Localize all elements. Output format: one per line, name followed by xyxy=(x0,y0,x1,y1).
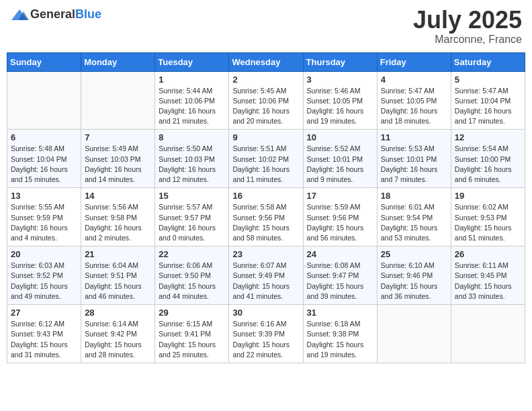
calendar-cell: 10Sunrise: 5:52 AM Sunset: 10:01 PM Dayl… xyxy=(303,130,377,188)
day-number: 2 xyxy=(232,75,299,85)
calendar-cell: 24Sunrise: 6:08 AM Sunset: 9:47 PM Dayli… xyxy=(303,246,377,305)
day-number: 15 xyxy=(159,191,225,201)
day-number: 17 xyxy=(307,191,373,201)
calendar-cell: 2Sunrise: 5:45 AM Sunset: 10:06 PM Dayli… xyxy=(229,71,303,130)
day-number: 9 xyxy=(232,132,299,142)
location-title: Marconne, France xyxy=(413,34,522,46)
calendar-cell: 16Sunrise: 5:58 AM Sunset: 9:56 PM Dayli… xyxy=(229,188,303,246)
day-number: 19 xyxy=(455,191,521,201)
calendar-cell: 8Sunrise: 5:50 AM Sunset: 10:03 PM Dayli… xyxy=(155,130,229,188)
calendar-week-5: 27Sunrise: 6:12 AM Sunset: 9:43 PM Dayli… xyxy=(7,305,525,363)
day-info: Sunrise: 6:07 AM Sunset: 9:49 PM Dayligh… xyxy=(232,261,299,302)
day-number: 22 xyxy=(159,249,225,259)
calendar-cell: 19Sunrise: 6:02 AM Sunset: 9:53 PM Dayli… xyxy=(451,188,525,246)
calendar-cell: 1Sunrise: 5:44 AM Sunset: 10:06 PM Dayli… xyxy=(155,71,229,130)
page-header: GeneralBlue July 2025 Marconne, France xyxy=(7,7,525,46)
day-number: 6 xyxy=(11,132,77,142)
day-number: 28 xyxy=(85,308,151,318)
day-info: Sunrise: 5:47 AM Sunset: 10:05 PM Daylig… xyxy=(381,86,447,127)
calendar-cell: 21Sunrise: 6:04 AM Sunset: 9:51 PM Dayli… xyxy=(81,246,155,305)
calendar-cell: 15Sunrise: 5:57 AM Sunset: 9:57 PM Dayli… xyxy=(155,188,229,246)
day-info: Sunrise: 6:04 AM Sunset: 9:51 PM Dayligh… xyxy=(85,261,151,302)
calendar-cell: 12Sunrise: 5:54 AM Sunset: 10:00 PM Dayl… xyxy=(451,130,525,188)
day-number: 23 xyxy=(232,249,299,259)
day-info: Sunrise: 5:57 AM Sunset: 9:57 PM Dayligh… xyxy=(159,202,225,243)
logo: GeneralBlue xyxy=(10,7,101,23)
day-info: Sunrise: 5:44 AM Sunset: 10:06 PM Daylig… xyxy=(159,86,225,127)
day-info: Sunrise: 6:18 AM Sunset: 9:38 PM Dayligh… xyxy=(307,319,373,360)
weekday-header-monday: Monday xyxy=(81,52,155,71)
day-number: 8 xyxy=(159,132,225,142)
calendar-cell: 17Sunrise: 5:59 AM Sunset: 9:56 PM Dayli… xyxy=(303,188,377,246)
day-number: 18 xyxy=(381,191,447,201)
calendar-cell: 20Sunrise: 6:03 AM Sunset: 9:52 PM Dayli… xyxy=(7,246,81,305)
weekday-header-thursday: Thursday xyxy=(303,52,377,71)
day-number: 27 xyxy=(11,308,77,318)
weekday-header-wednesday: Wednesday xyxy=(229,52,303,71)
day-info: Sunrise: 5:45 AM Sunset: 10:06 PM Daylig… xyxy=(232,86,299,127)
calendar-week-1: 1Sunrise: 5:44 AM Sunset: 10:06 PM Dayli… xyxy=(7,71,525,130)
day-number: 24 xyxy=(307,249,373,259)
title-block: July 2025 Marconne, France xyxy=(413,7,522,46)
day-info: Sunrise: 6:06 AM Sunset: 9:50 PM Dayligh… xyxy=(159,261,225,302)
weekday-header-sunday: Sunday xyxy=(7,52,81,71)
day-number: 1 xyxy=(159,75,225,85)
weekday-header-row: SundayMondayTuesdayWednesdayThursdayFrid… xyxy=(7,52,525,71)
calendar-cell: 26Sunrise: 6:11 AM Sunset: 9:45 PM Dayli… xyxy=(451,246,525,305)
weekday-header-tuesday: Tuesday xyxy=(155,52,229,71)
day-info: Sunrise: 6:16 AM Sunset: 9:39 PM Dayligh… xyxy=(232,319,299,360)
calendar-cell: 31Sunrise: 6:18 AM Sunset: 9:38 PM Dayli… xyxy=(303,305,377,363)
calendar-cell: 29Sunrise: 6:15 AM Sunset: 9:41 PM Dayli… xyxy=(155,305,229,363)
day-number: 11 xyxy=(381,132,447,142)
calendar-cell: 3Sunrise: 5:46 AM Sunset: 10:05 PM Dayli… xyxy=(303,71,377,130)
day-info: Sunrise: 5:46 AM Sunset: 10:05 PM Daylig… xyxy=(307,86,373,127)
calendar-cell xyxy=(81,71,155,130)
day-info: Sunrise: 6:15 AM Sunset: 9:41 PM Dayligh… xyxy=(159,319,225,360)
day-info: Sunrise: 6:03 AM Sunset: 9:52 PM Dayligh… xyxy=(11,261,77,302)
calendar-cell xyxy=(377,305,451,363)
day-info: Sunrise: 5:49 AM Sunset: 10:03 PM Daylig… xyxy=(85,144,151,185)
logo-blue: Blue xyxy=(75,7,101,21)
weekday-header-friday: Friday xyxy=(377,52,451,71)
calendar-cell: 5Sunrise: 5:47 AM Sunset: 10:04 PM Dayli… xyxy=(451,71,525,130)
day-number: 10 xyxy=(307,132,373,142)
calendar-cell: 11Sunrise: 5:53 AM Sunset: 10:01 PM Dayl… xyxy=(377,130,451,188)
calendar-cell: 4Sunrise: 5:47 AM Sunset: 10:05 PM Dayli… xyxy=(377,71,451,130)
day-number: 14 xyxy=(85,191,151,201)
day-info: Sunrise: 5:52 AM Sunset: 10:01 PM Daylig… xyxy=(307,144,373,185)
day-info: Sunrise: 5:47 AM Sunset: 10:04 PM Daylig… xyxy=(455,86,521,127)
day-info: Sunrise: 5:56 AM Sunset: 9:58 PM Dayligh… xyxy=(85,202,151,243)
day-info: Sunrise: 5:51 AM Sunset: 10:02 PM Daylig… xyxy=(232,144,299,185)
calendar-cell: 6Sunrise: 5:48 AM Sunset: 10:04 PM Dayli… xyxy=(7,130,81,188)
calendar-cell xyxy=(7,71,81,130)
calendar-cell: 9Sunrise: 5:51 AM Sunset: 10:02 PM Dayli… xyxy=(229,130,303,188)
calendar-table: SundayMondayTuesdayWednesdayThursdayFrid… xyxy=(7,52,525,363)
weekday-header-saturday: Saturday xyxy=(451,52,525,71)
day-number: 21 xyxy=(85,249,151,259)
day-number: 31 xyxy=(307,308,373,318)
day-info: Sunrise: 5:50 AM Sunset: 10:03 PM Daylig… xyxy=(159,144,225,185)
calendar-week-4: 20Sunrise: 6:03 AM Sunset: 9:52 PM Dayli… xyxy=(7,246,525,305)
calendar-cell: 7Sunrise: 5:49 AM Sunset: 10:03 PM Dayli… xyxy=(81,130,155,188)
calendar-cell: 13Sunrise: 5:55 AM Sunset: 9:59 PM Dayli… xyxy=(7,188,81,246)
day-number: 3 xyxy=(307,75,373,85)
day-info: Sunrise: 5:58 AM Sunset: 9:56 PM Dayligh… xyxy=(232,202,299,243)
day-info: Sunrise: 6:12 AM Sunset: 9:43 PM Dayligh… xyxy=(11,319,77,360)
month-title: July 2025 xyxy=(413,7,522,34)
day-number: 26 xyxy=(455,249,521,259)
day-number: 7 xyxy=(85,132,151,142)
day-info: Sunrise: 5:48 AM Sunset: 10:04 PM Daylig… xyxy=(11,144,77,185)
day-info: Sunrise: 5:59 AM Sunset: 9:56 PM Dayligh… xyxy=(307,202,373,243)
day-number: 20 xyxy=(11,249,77,259)
calendar-cell: 30Sunrise: 6:16 AM Sunset: 9:39 PM Dayli… xyxy=(229,305,303,363)
calendar-cell: 25Sunrise: 6:10 AM Sunset: 9:46 PM Dayli… xyxy=(377,246,451,305)
day-number: 13 xyxy=(11,191,77,201)
day-info: Sunrise: 6:14 AM Sunset: 9:42 PM Dayligh… xyxy=(85,319,151,360)
day-info: Sunrise: 5:53 AM Sunset: 10:01 PM Daylig… xyxy=(381,144,447,185)
calendar-week-2: 6Sunrise: 5:48 AM Sunset: 10:04 PM Dayli… xyxy=(7,130,525,188)
day-info: Sunrise: 6:02 AM Sunset: 9:53 PM Dayligh… xyxy=(455,202,521,243)
day-number: 5 xyxy=(455,75,521,85)
day-number: 29 xyxy=(159,308,225,318)
logo-icon xyxy=(10,8,29,23)
day-info: Sunrise: 6:11 AM Sunset: 9:45 PM Dayligh… xyxy=(455,261,521,302)
